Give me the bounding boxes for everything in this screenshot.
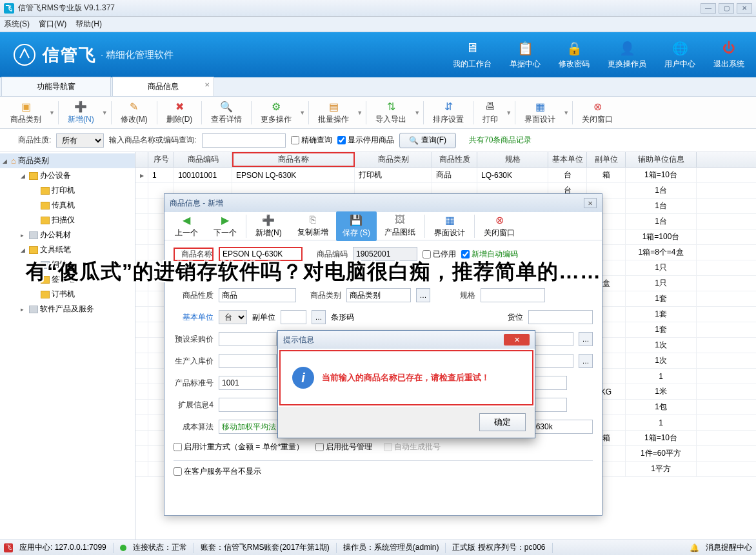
toggle-icon[interactable]: ▸	[21, 306, 27, 313]
dialog-titlebar[interactable]: 商品信息 - 新增 ✕	[164, 194, 602, 212]
tb-batch[interactable]: ▤批量操作	[312, 98, 355, 127]
column-header[interactable]: 规格	[477, 152, 548, 167]
tree-node[interactable]: 传真机	[0, 198, 135, 213]
exact-checkbox[interactable]	[291, 136, 299, 144]
banner-action[interactable]: 🌐用户中心	[664, 41, 695, 70]
base-unit-select[interactable]: 台	[219, 310, 247, 324]
tree-node-label: 文具纸笔	[40, 244, 71, 255]
tab-goods[interactable]: 商品信息✕	[112, 77, 214, 96]
tb-close[interactable]: ⊗关闭窗口	[575, 98, 619, 127]
show-disabled-checkbox[interactable]	[337, 136, 346, 144]
alert-ok-button[interactable]: 确定	[479, 413, 526, 431]
column-header[interactable]: 副单位	[587, 152, 626, 167]
toggle-icon[interactable]: ◢	[21, 247, 27, 253]
autobatch-checkbox	[384, 443, 392, 451]
close-icon[interactable]: ✕	[204, 81, 210, 88]
banner-action[interactable]: 🖥我的工作台	[453, 41, 492, 70]
query-button[interactable]: 🔍查询(F)	[399, 133, 456, 148]
import-export-icon: ⇅	[384, 100, 397, 113]
collapse-icon[interactable]: ◢	[3, 158, 9, 164]
chevron-down-icon[interactable]: ▼	[49, 110, 55, 116]
sub-unit-browse-button[interactable]: …	[312, 310, 326, 324]
category-input[interactable]	[346, 288, 411, 302]
column-header[interactable]: 商品名称	[232, 152, 355, 167]
banner-action[interactable]: ⏻退出系统	[713, 41, 744, 70]
tree-node[interactable]: ▸办公耗材	[0, 228, 135, 242]
dlg-design[interactable]: ▦界面设计	[426, 213, 473, 240]
tb-add[interactable]: ➕新增(N)	[61, 98, 101, 127]
spec-input[interactable]	[481, 288, 545, 302]
tree-node[interactable]: 扫描仪	[0, 213, 135, 228]
location-input[interactable]	[528, 310, 593, 324]
menu-system[interactable]: 系统(S)	[4, 19, 30, 30]
maximize-button[interactable]: ▢	[719, 3, 734, 14]
chevron-down-icon[interactable]: ▼	[102, 110, 108, 116]
column-header[interactable]: 商品编码	[174, 152, 232, 167]
tb-more[interactable]: ⚙更多操作	[254, 98, 298, 127]
column-header[interactable]: 商品性质	[432, 152, 477, 167]
alert-titlebar[interactable]: 提示信息 ✕	[278, 331, 535, 349]
tb-print[interactable]: 🖶打印	[476, 98, 504, 127]
status-connection: 连接状态：正常	[133, 542, 187, 553]
tree-node[interactable]: ▸软件产品及服务	[0, 302, 135, 316]
close-icon: ⊗	[591, 100, 604, 113]
menu-window[interactable]: 窗口(W)	[39, 19, 66, 30]
tree-root[interactable]: ◢ ⌂ 商品类别	[0, 153, 135, 168]
column-header[interactable]: 辅助单位信息	[626, 152, 697, 167]
tb-detail[interactable]: 🔍查看详情	[204, 98, 248, 127]
tb-io[interactable]: ⇅导入导出	[369, 98, 413, 127]
banner-action[interactable]: 📋单据中心	[510, 41, 541, 70]
dlg-add[interactable]: ➕新增(N)	[248, 213, 290, 240]
chevron-down-icon[interactable]: ▼	[299, 110, 306, 116]
column-header[interactable]: 基本单位	[548, 152, 587, 167]
tb-delete[interactable]: ✖删除(D)	[160, 98, 199, 127]
browse-button[interactable]: …	[579, 332, 593, 346]
batch-checkbox[interactable]	[315, 443, 324, 451]
table-row[interactable]: ▸1100101001EPSON LQ-630K打印机商品LQ-630K台箱1箱…	[135, 168, 756, 183]
dlg-save[interactable]: 💾保存 (S)	[336, 211, 377, 241]
minimize-button[interactable]: —	[701, 3, 716, 14]
preset-price-input[interactable]	[219, 332, 277, 346]
weight-checkbox[interactable]	[174, 443, 182, 451]
autocode-checkbox[interactable]	[461, 250, 470, 258]
table-cell: 1件=60平方	[626, 446, 697, 461]
search-input[interactable]	[202, 133, 286, 148]
tb-design[interactable]: ▦界面设计	[518, 98, 562, 127]
toggle-icon[interactable]: ◢	[21, 173, 27, 179]
column-header[interactable]: 商品类别	[355, 152, 432, 167]
toggle-icon[interactable]: ▸	[21, 232, 27, 239]
dlg-copy[interactable]: ⎘复制新增	[290, 213, 336, 239]
dlg-prev[interactable]: ◀上一个	[167, 213, 206, 240]
hide-platform-checkbox[interactable]	[174, 467, 182, 476]
tb-edit[interactable]: ✎修改(M)	[114, 98, 154, 127]
disabled-checkbox[interactable]	[423, 250, 431, 258]
tree-node[interactable]: 打印机	[0, 183, 135, 198]
browse-button[interactable]: …	[579, 354, 593, 368]
sub-unit-input[interactable]	[281, 310, 306, 324]
tab-nav[interactable]: 功能导航窗	[1, 77, 111, 96]
alert-close-button[interactable]: ✕	[504, 334, 530, 346]
tree-node[interactable]: 订书机	[0, 287, 135, 302]
close-button[interactable]: ✕	[737, 3, 752, 14]
banner-action[interactable]: 🔒修改密码	[559, 41, 590, 70]
nature-input[interactable]	[219, 288, 296, 302]
in-price-input[interactable]	[219, 354, 277, 368]
tb-sort[interactable]: ⇵排序设置	[426, 98, 470, 127]
chevron-down-icon[interactable]: ▼	[357, 110, 363, 116]
tree-node[interactable]: ◢文具纸笔	[0, 242, 135, 257]
chevron-down-icon[interactable]: ▼	[506, 110, 512, 116]
menu-help[interactable]: 帮助(H)	[75, 19, 102, 30]
banner-action[interactable]: 👤更换操作员	[608, 41, 646, 70]
status-reminder[interactable]: 消息提醒中心	[706, 542, 752, 553]
tb-category[interactable]: ▣商品类别	[4, 98, 48, 127]
chevron-down-icon[interactable]: ▼	[563, 110, 570, 116]
chevron-down-icon[interactable]: ▼	[414, 110, 421, 116]
column-header[interactable]: 序号	[148, 152, 174, 167]
dlg-close[interactable]: ⊗关闭窗口	[476, 213, 522, 240]
tree-node[interactable]: ◢办公设备	[0, 168, 135, 183]
nature-select[interactable]: 所有	[56, 133, 104, 148]
dialog-close-button[interactable]: ✕	[584, 198, 597, 208]
dlg-next[interactable]: ▶下一个	[206, 213, 244, 240]
dlg-image[interactable]: 🖼产品图纸	[377, 213, 423, 239]
category-browse-button[interactable]: …	[416, 288, 430, 302]
